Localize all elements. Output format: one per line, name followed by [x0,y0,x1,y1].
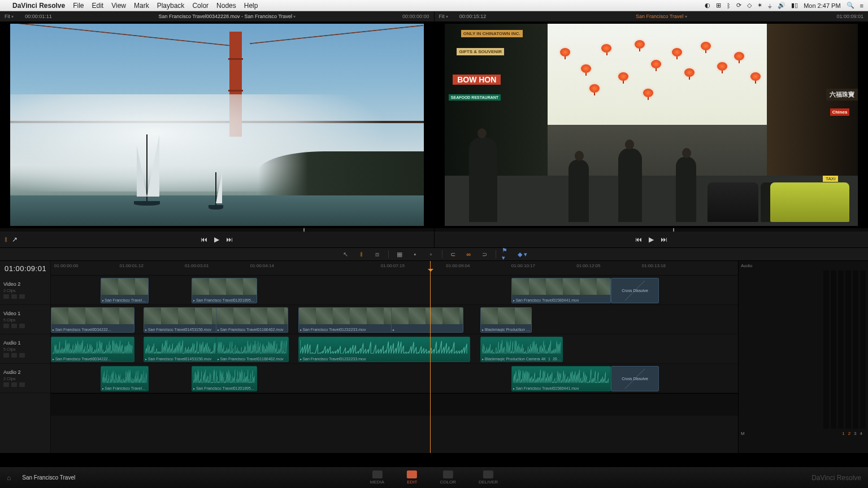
bluetooth-icon[interactable]: ᛒ [727,2,731,9]
source-tc-left: 00:00:01:11 [25,14,52,19]
meter-ch-num: 4 [860,431,862,436]
page-deliver[interactable]: DELIVER [479,470,498,485]
audio-clip[interactable]: San Francisco Travel01186402.mov [216,337,289,362]
source-tc-right: 00:00:00:00 [402,14,429,19]
viewer-icon[interactable]: ↗ [12,236,18,243]
meter-ch-num: 3 [854,431,856,436]
viewers-row: Fit 00:00:01:11 San Francisco Travel0034… [0,11,868,247]
track-head-v1[interactable]: Video 1 5 Clips [0,305,50,334]
sync-icon[interactable]: ⟳ [736,2,741,9]
street-sign: Chines [830,108,850,116]
home-icon[interactable]: ⌂ [7,474,11,482]
video-clip[interactable]: San Francisco Travel01201895.mov [192,278,257,303]
playhead[interactable] [430,261,431,453]
video-clip[interactable]: San Francisco Travel01186402.mov [216,307,288,333]
menu-file[interactable]: File [73,2,84,10]
ruler-tick: 01:00:09:04 [446,263,470,268]
video-clip[interactable] [391,307,463,333]
trim-tool-icon[interactable]: ⦀ [357,250,367,259]
timeline-tracks[interactable]: 01:00:00:0001:00:01:1201:00:03:0101:00:0… [51,261,738,453]
page-navigation: ⌂ San Francisco Travel MEDIA EDIT COLOR … [0,467,868,488]
fit-dropdown[interactable]: Fit [439,14,448,19]
source-viewer: Fit 00:00:01:11 San Francisco Travel0034… [0,11,435,247]
ruler-tick: 01:00:03:01 [185,263,209,268]
clock[interactable]: Mon 2:47 PM [804,2,840,9]
transition-clip[interactable]: Cross Dissolve [611,366,659,391]
page-color[interactable]: COLOR [440,470,455,485]
replace-icon[interactable]: ▫ [426,250,436,259]
chain-icon[interactable]: ∞ [464,250,474,259]
wifi-icon[interactable]: ⏚ [768,2,772,9]
menubar-icon[interactable]: ◇ [747,2,752,9]
timeline-panel: 01:00:09:01 Video 2 2 Clips Video 1 5 Cl… [0,261,868,453]
timeline-ruler[interactable]: 01:00:00:0001:00:01:1201:00:03:0101:00:0… [51,261,738,276]
video-clip[interactable]: San Francisco Travel0034222... [51,307,134,333]
project-name[interactable]: San Francisco Travel [22,474,75,481]
audio-clip[interactable]: San Francisco Travel014... [101,366,149,391]
video-clip[interactable]: San Francisco Travel014... [101,278,149,303]
timeline-timecode: 01:00:09:01 [0,261,50,276]
waveform-icon[interactable]: ⦀ [5,236,7,243]
source-video-frame[interactable] [10,24,424,226]
ruler-tick: 01:00:12:05 [576,263,600,268]
program-title[interactable]: San Francisco Travel [497,14,825,19]
menu-help[interactable]: Help [244,2,258,10]
video-clip[interactable]: San Francisco Travel01232233.mov [298,307,405,333]
menubar-icon[interactable]: ⊞ [716,2,721,9]
source-title[interactable]: San Francisco Travel00342228.mov - San F… [63,14,391,19]
blade-tool-icon[interactable]: ⧈ [372,250,383,259]
prev-clip-icon[interactable]: ⏮ [201,236,207,243]
audio-clip[interactable]: San Francisco Travel0034222... [51,337,134,362]
spotlight-icon[interactable]: 🔍 [847,2,854,9]
page-media[interactable]: MEDIA [370,470,384,485]
battery-icon[interactable]: ▮▯ [791,2,798,9]
audio-meter-channel [845,271,851,429]
street-sign: SEAFOOD RESTAURANT [449,94,501,101]
menu-nodes[interactable]: Nodes [216,2,236,10]
insert-icon[interactable]: ▦ [394,250,405,259]
audio-meter-channel [860,271,866,429]
marker-icon[interactable]: ◆ ▾ [518,250,528,259]
menu-playback[interactable]: Playback [157,2,185,10]
audio-meters-panel: Audio M 1 2 3 4 [738,261,868,453]
next-clip-icon[interactable]: ⏭ [226,236,233,243]
track-head-a1[interactable]: Audio 1 5 Clips [0,334,50,364]
ruler-tick: 01:00:04:14 [250,263,274,268]
snap-icon[interactable]: ⊃ [480,250,490,259]
page-edit[interactable]: EDIT [407,470,417,485]
next-clip-icon[interactable]: ⏭ [661,236,667,243]
meter-ch-num: 1 [842,431,844,436]
mac-menubar: DaVinci Resolve File Edit View Mark Play… [0,0,868,11]
program-video-frame[interactable]: ONLY IN CHINATOWN INC. GIFTS & SOUVENIR … [445,24,858,226]
video-clip[interactable]: Blackmagic Production Camera 4K_1_201... [480,307,532,333]
volume-icon[interactable]: 🔊 [778,2,785,9]
menubar-icon[interactable]: ✶ [757,2,762,9]
track-head-a2[interactable]: Audio 2 2 Clips [0,364,50,393]
transition-clip[interactable]: Cross Dissolve [611,278,659,303]
notification-icon[interactable]: ≡ [860,2,863,9]
selection-tool-icon[interactable]: ↖ [341,250,351,259]
audio-clip[interactable]: San Francisco Travel01201895.mov [192,366,257,391]
audio-meter-channel [823,271,829,429]
audio-clip[interactable]: Blackmagic Production Camera 4K_1_201... [480,337,563,362]
menu-mark[interactable]: Mark [134,2,149,10]
menu-view[interactable]: View [111,2,126,10]
audio-clip[interactable]: San Francisco Travel01580441.mov [511,366,611,391]
track-head-v2[interactable]: Video 2 2 Clips [0,276,50,305]
play-icon[interactable]: ▶ [649,236,654,243]
link-icon[interactable]: ⊂ [448,250,458,259]
menubar-icon[interactable]: ◐ [705,2,710,9]
menu-color[interactable]: Color [192,2,209,10]
app-menu[interactable]: DaVinci Resolve [12,2,65,10]
overwrite-icon[interactable]: ▪ [410,250,420,259]
fit-dropdown[interactable]: Fit [5,14,14,19]
ruler-tick: 01:00:00:00 [54,263,78,268]
menu-edit[interactable]: Edit [92,2,104,10]
audio-clip[interactable]: San Francisco Travel01232233.mov [298,337,470,362]
track-a2: San Francisco Travel014...San Francisco … [51,364,738,393]
video-clip[interactable]: San Francisco Travel01580441.mov [511,278,611,303]
flag-icon[interactable]: ⚑ ▾ [502,250,512,259]
play-icon[interactable]: ▶ [214,236,219,243]
street-sign: ONLY IN CHINATOWN INC. [461,30,523,37]
prev-clip-icon[interactable]: ⏮ [635,236,642,243]
